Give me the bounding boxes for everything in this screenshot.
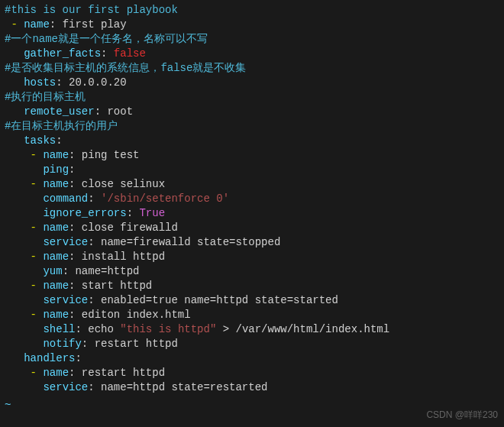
code-token (5, 352, 24, 364)
code-line: #this is our first playbook (5, 3, 499, 18)
code-line: - name: first play (5, 18, 499, 32)
code-token: tasks (24, 134, 56, 147)
code-token (5, 134, 24, 147)
code-token: ping (43, 163, 69, 176)
code-token (5, 309, 31, 321)
code-token: : (56, 134, 62, 147)
code-token: : (88, 192, 94, 205)
code-token: - (31, 251, 37, 263)
code-line: ignore_errors: True (5, 206, 499, 221)
code-token: shell (43, 323, 75, 335)
code-token: - (31, 178, 37, 190)
code-token: - (31, 309, 37, 321)
code-token: True (139, 207, 165, 219)
code-line: handlers: (5, 351, 499, 366)
code-token: hosts (24, 76, 56, 89)
code-token (5, 76, 24, 89)
code-token: service (43, 294, 88, 306)
code-token: - (31, 222, 37, 234)
code-line: - name: install httpd (5, 250, 499, 264)
code-token (5, 367, 31, 379)
code-line: #一个name就是一个任务名，名称可以不写 (5, 32, 499, 47)
code-token (107, 47, 113, 60)
code-token: : (95, 105, 101, 118)
code-token (5, 192, 43, 205)
code-line: notify: restart httpd (5, 337, 499, 351)
code-token (5, 149, 31, 161)
code-token: notify (43, 338, 81, 350)
code-token: - (11, 18, 17, 31)
code-token: name (43, 251, 69, 263)
code-token: : (69, 163, 75, 176)
code-token: name (43, 367, 69, 379)
code-token (5, 105, 24, 118)
code-token: : (56, 76, 62, 89)
code-token: name=httpd state=restarted (95, 381, 268, 393)
code-token: editon index.html (75, 309, 190, 321)
code-token (18, 18, 24, 31)
code-token: - (31, 149, 37, 161)
code-line: gather_facts: false (5, 47, 499, 61)
code-token: false (114, 47, 146, 60)
code-token: name (43, 149, 69, 161)
code-token: #是否收集目标主机的系统信息，false就是不收集 (5, 62, 246, 74)
code-token: ignore_errors (43, 207, 126, 219)
code-token: #在目标主机执行的用户 (5, 120, 118, 132)
code-token: "this is httpd" (120, 323, 216, 335)
code-line: ping: (5, 163, 499, 177)
code-token: : (88, 294, 94, 306)
code-token: start httpd (75, 280, 152, 292)
code-token: restart httpd (75, 367, 165, 379)
code-token: - (31, 280, 37, 292)
code-token: name=httpd (69, 265, 139, 277)
code-token: service (43, 236, 88, 248)
code-token (5, 47, 24, 60)
code-token: #一个name就是一个任务名，名称可以不写 (5, 33, 208, 45)
code-token: root (101, 105, 133, 118)
code-token: gather_facts (24, 47, 101, 60)
code-line: yum: name=httpd (5, 264, 499, 279)
code-token: name (43, 178, 69, 190)
code-line: service: enabled=true name=httpd state=s… (5, 293, 499, 308)
code-line: - name: start httpd (5, 279, 499, 293)
code-token: > /var/www/html/index.html (216, 323, 389, 335)
code-token: name (24, 18, 50, 31)
code-line: #执行的目标主机 (5, 90, 499, 105)
code-token: : (75, 323, 81, 335)
code-line: remote_user: root (5, 105, 499, 119)
code-token: : (127, 207, 133, 219)
code-token: ping test (75, 149, 139, 161)
code-token: 20.0.0.20 (63, 76, 127, 89)
code-line: service: name=firewalld state=stopped (5, 235, 499, 250)
code-token: close firewalld (75, 222, 177, 234)
code-token (5, 251, 31, 263)
code-token: name=firewalld state=stopped (95, 236, 281, 248)
code-token (5, 178, 31, 190)
code-token: first play (56, 18, 126, 31)
code-line: #在目标主机执行的用户 (5, 119, 499, 134)
code-token: name (43, 222, 69, 234)
code-token (5, 294, 43, 306)
code-token: handlers (24, 352, 75, 364)
code-token: restart httpd (88, 338, 178, 350)
code-token: enabled=true name=httpd state=started (95, 294, 338, 306)
code-token (5, 163, 43, 176)
code-token: #this is our first playbook (5, 4, 178, 16)
code-line: service: name=httpd state=restarted (5, 380, 499, 395)
code-line: - name: ping test (5, 148, 499, 163)
code-token: name (43, 280, 69, 292)
code-token: #执行的目标主机 (5, 91, 86, 103)
code-token (5, 323, 43, 335)
code-line: hosts: 20.0.0.20 (5, 76, 499, 90)
code-token: - (31, 367, 37, 379)
code-line: tasks: (5, 134, 499, 148)
code-line: #是否收集目标主机的系统信息，false就是不收集 (5, 61, 499, 76)
code-token: remote_user (24, 105, 94, 118)
code-token (5, 280, 31, 292)
code-token (5, 207, 43, 219)
code-token: '/sbin/setenforce 0' (101, 192, 229, 205)
code-token (5, 338, 43, 350)
vim-tilde: ~ (0, 398, 504, 412)
code-token: yum (43, 265, 62, 277)
code-token: name (43, 309, 69, 321)
